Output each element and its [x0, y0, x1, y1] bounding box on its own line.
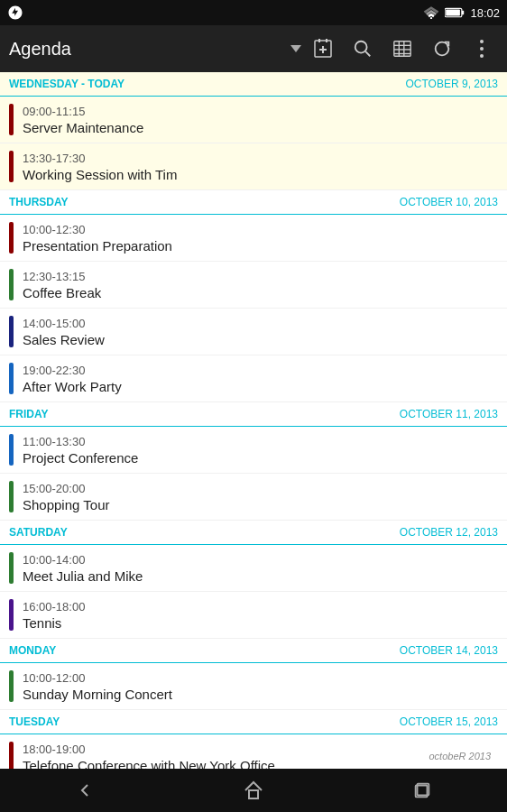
event-details: 14:00-15:00Sales Review: [23, 316, 105, 347]
day-header-5: TUESDAYOCTOBER 15, 2013: [0, 710, 507, 734]
event-time: 12:30-13:15: [23, 270, 101, 283]
event-item[interactable]: 19:00-22:30After Work Party: [0, 355, 507, 402]
toolbar-icons: [307, 32, 498, 65]
event-title: Shopping Tour: [23, 497, 109, 512]
status-bar-right: 18:02: [423, 6, 500, 20]
event-title: Working Session with Tim: [23, 167, 177, 182]
event-title: Sales Review: [23, 332, 105, 347]
event-item[interactable]: 16:00-18:00Tennis: [0, 592, 507, 639]
day-name-5: TUESDAY: [9, 715, 60, 728]
day-header-0: WEDNESDAY - TODAYOCTOBER 9, 2013: [0, 72, 507, 97]
event-time: 09:00-11:15: [23, 105, 143, 118]
event-title: Server Maintenance: [23, 120, 143, 135]
event-item[interactable]: 11:00-13:30Project Conference: [0, 427, 507, 474]
event-details: 13:30-17:30Working Session with Tim: [23, 151, 177, 182]
day-name-0: WEDNESDAY - TODAY: [9, 78, 124, 90]
day-name-2: FRIDAY: [9, 408, 49, 420]
search-icon[interactable]: [346, 32, 379, 65]
event-item[interactable]: 09:00-11:15Server Maintenance: [0, 97, 507, 143]
status-bar: 18:02: [0, 0, 507, 25]
event-title: Sunday Morning Concert: [23, 687, 172, 702]
event-time: 10:00-12:00: [23, 671, 172, 685]
toolbar: Agenda: [0, 25, 507, 72]
day-date-1: OCTOBER 10, 2013: [400, 196, 498, 208]
toolbar-title: Agenda: [9, 39, 287, 60]
new-event-icon[interactable]: [307, 32, 339, 65]
event-color-bar: [9, 104, 14, 135]
svg-point-0: [430, 17, 432, 19]
event-time: 11:00-13:30: [23, 435, 138, 448]
day-name-4: MONDAY: [9, 644, 56, 657]
day-date-4: OCTOBER 14, 2013: [400, 644, 498, 657]
event-item[interactable]: 13:30-17:30Working Session with Tim: [0, 143, 507, 190]
event-color-bar: [9, 481, 14, 512]
calendar-grid-icon[interactable]: [386, 32, 419, 65]
home-button[interactable]: [226, 769, 281, 812]
event-color-bar: [9, 670, 14, 702]
battery-icon: [445, 7, 465, 18]
event-time: 10:00-14:00: [23, 553, 143, 567]
mini-calendar-label: octobeR 2013: [422, 747, 499, 765]
event-time: 10:00-12:30: [23, 223, 172, 236]
event-color-bar: [9, 222, 14, 254]
time-display: 18:02: [470, 6, 500, 20]
more-options-icon[interactable]: [466, 32, 498, 65]
event-details: 16:00-18:00Tennis: [23, 599, 85, 631]
event-details: 11:00-13:30Project Conference: [23, 434, 138, 466]
event-item[interactable]: 10:00-12:30Presentation Preparation: [0, 215, 507, 262]
event-time: 15:00-20:00: [23, 482, 109, 495]
svg-point-9: [355, 42, 367, 53]
event-item[interactable]: 15:00-20:00Shopping Tour: [0, 474, 507, 521]
event-color-bar: [9, 269, 14, 300]
recents-button[interactable]: [395, 769, 449, 812]
event-title: After Work Party: [23, 379, 122, 394]
event-details: 09:00-11:15Server Maintenance: [23, 104, 143, 135]
event-color-bar: [9, 316, 14, 347]
back-button[interactable]: [58, 769, 112, 812]
day-header-1: THURSDAYOCTOBER 10, 2013: [0, 190, 507, 215]
event-title: Presentation Preparation: [23, 238, 172, 254]
event-color-bar: [9, 363, 14, 394]
day-name-1: THURSDAY: [9, 196, 69, 208]
event-color-bar: [9, 151, 14, 182]
svg-rect-20: [249, 790, 258, 798]
event-details: 19:00-22:30After Work Party: [23, 363, 122, 394]
day-header-4: MONDAYOCTOBER 14, 2013: [0, 639, 507, 663]
day-date-2: OCTOBER 11, 2013: [400, 408, 498, 420]
event-title: Tennis: [23, 615, 85, 631]
event-time: 18:00-19:00: [23, 743, 275, 756]
event-item[interactable]: 10:00-12:00Sunday Morning Concert: [0, 663, 507, 710]
day-name-3: SATURDAY: [9, 526, 68, 539]
svg-point-19: [480, 54, 484, 58]
svg-point-18: [480, 47, 484, 51]
day-date-5: OCTOBER 15, 2013: [400, 715, 498, 728]
sort-indicator: [290, 45, 301, 52]
event-details: 10:00-12:30Presentation Preparation: [23, 222, 172, 254]
event-time: 19:00-22:30: [23, 364, 122, 377]
event-details: 12:30-13:15Coffee Break: [23, 269, 101, 300]
event-details: 10:00-12:00Sunday Morning Concert: [23, 670, 172, 702]
status-bar-left: [7, 5, 23, 21]
svg-point-17: [480, 40, 484, 43]
svg-rect-3: [447, 9, 461, 15]
event-color-bar: [9, 599, 14, 631]
day-date-0: OCTOBER 9, 2013: [406, 78, 499, 90]
event-title: Coffee Break: [23, 285, 101, 300]
event-time: 16:00-18:00: [23, 600, 85, 614]
event-details: 15:00-20:00Shopping Tour: [23, 481, 109, 512]
event-title: Meet Julia and Mike: [23, 568, 143, 584]
event-title: Project Conference: [23, 450, 138, 466]
svg-line-10: [365, 51, 370, 56]
refresh-icon[interactable]: [426, 32, 458, 65]
event-item[interactable]: 14:00-15:00Sales Review: [0, 309, 507, 355]
event-color-bar: [9, 552, 14, 584]
agenda-scroll-container[interactable]: WEDNESDAY - TODAYOCTOBER 9, 201309:00-11…: [0, 72, 507, 776]
event-item[interactable]: 10:00-14:00Meet Julia and Mike: [0, 545, 507, 592]
nav-bar: [0, 769, 507, 812]
notification-icon: [7, 5, 23, 21]
event-item[interactable]: 12:30-13:15Coffee Break: [0, 262, 507, 309]
day-date-3: OCTOBER 12, 2013: [400, 526, 498, 539]
event-time: 14:00-15:00: [23, 317, 105, 330]
event-details: 10:00-14:00Meet Julia and Mike: [23, 552, 143, 584]
wifi-icon: [423, 6, 439, 19]
